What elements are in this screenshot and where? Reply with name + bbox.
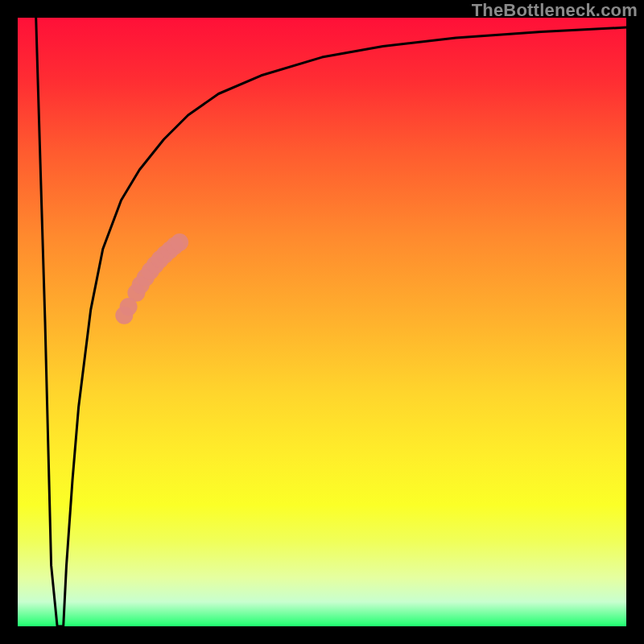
watermark-text: TheBottleneck.com (472, 0, 638, 21)
svg-point-11 (115, 307, 133, 324)
chart-stage: TheBottleneck.com (0, 0, 644, 644)
chart-overlay-svg (0, 0, 644, 644)
highlight-dots (115, 233, 188, 324)
svg-point-9 (171, 233, 188, 251)
